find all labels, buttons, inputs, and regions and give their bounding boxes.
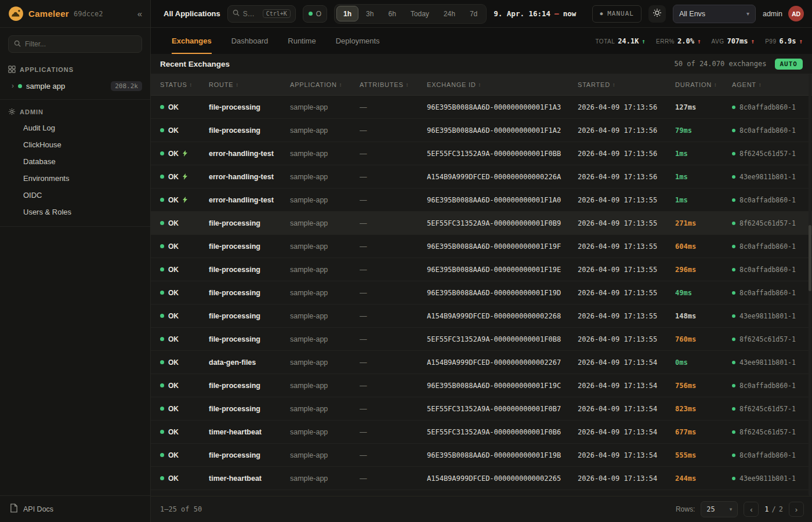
sort-icon: ↕ <box>190 82 193 88</box>
prev-page-button[interactable]: ‹ <box>744 502 759 517</box>
exchange-row[interactable]: OK file-processing sample-app — 5EF55FC3… <box>151 397 812 420</box>
sort-icon: ↕ <box>478 82 481 88</box>
started-cell: 2026-04-09 17:13:54 <box>578 382 675 390</box>
duration-cell: 555ms <box>675 451 732 459</box>
column-header[interactable]: APPLICATION ↕ <box>290 81 360 88</box>
status-ok-dot <box>160 453 164 457</box>
exchange-row[interactable]: OK file-processing sample-app — 5EF55FC3… <box>151 212 812 235</box>
page-separator: / <box>772 505 776 513</box>
time-range-button[interactable]: 1h <box>336 6 358 21</box>
exchange-row[interactable]: OK data-gen-files sample-app — A154B9A99… <box>151 351 812 374</box>
sidebar-filter[interactable] <box>8 35 142 53</box>
sidebar-admin-item[interactable]: Environments <box>0 170 150 187</box>
api-docs-link[interactable]: API Docs <box>0 495 150 522</box>
tab[interactable]: Dashboard <box>231 28 269 54</box>
sidebar-admin-item[interactable]: OIDC <box>0 187 150 204</box>
exchange-row[interactable]: OK error-handling-test sample-app — 5EF5… <box>151 142 812 165</box>
sidebar-admin-item[interactable]: Database <box>0 153 150 170</box>
agent-id: 8f6245c61d57-1 <box>740 219 796 227</box>
online-indicator[interactable]: O <box>303 5 327 23</box>
app-root: Cameleer 69dcce2 « APPLICATIONS › sample… <box>0 0 812 522</box>
column-header[interactable]: EXCHANGE ID ↕ <box>427 81 578 88</box>
application-cell: sample-app <box>290 150 360 158</box>
tab[interactable]: Exchanges <box>172 28 212 54</box>
exchange-row[interactable]: OK timer-heartbeat sample-app — A154B9A9… <box>151 467 812 490</box>
status-label: OK <box>168 474 179 483</box>
exchange-row[interactable]: OK file-processing sample-app — A154B9A9… <box>151 304 812 328</box>
exchange-id-cell: 5EF55FC31352A9A-000000000001F0B8 <box>427 335 578 343</box>
global-search[interactable]: S… Ctrl+K <box>227 5 296 23</box>
agent-id: 43ee9811b801-1 <box>740 173 796 181</box>
column-header-label: ROUTE <box>209 81 234 88</box>
status-cell: OK <box>160 150 209 158</box>
status-label: OK <box>168 219 179 227</box>
status-cell: OK <box>160 173 209 181</box>
manual-refresh-button[interactable]: ● MANUAL <box>592 5 641 23</box>
page-title: All Applications <box>164 9 220 18</box>
application-cell: sample-app <box>290 126 360 135</box>
column-header[interactable]: AGENT ↕ <box>732 81 812 88</box>
agent-cell: 8c0affadb860-1 <box>732 103 812 111</box>
next-page-button[interactable]: › <box>789 502 804 517</box>
attributes-cell: — <box>360 266 427 274</box>
exchange-row[interactable]: OK file-processing sample-app — 96E395B0… <box>151 119 812 142</box>
exchange-row[interactable]: OK file-processing sample-app — 96E395B0… <box>151 235 812 258</box>
duration-cell: 296ms <box>675 266 732 274</box>
exchange-row[interactable]: OK timer-heartbeat sample-app — 5EF55FC3… <box>151 420 812 444</box>
sidebar-admin-item[interactable]: Users & Roles <box>0 204 150 220</box>
stat-value: 707ms <box>727 37 748 45</box>
tab[interactable]: Deployments <box>336 28 380 54</box>
status-ok-dot <box>160 128 164 132</box>
sidebar-item-sample-app[interactable]: › sample app 208.2k <box>0 77 150 95</box>
rows-per-page-select[interactable]: 25 ▾ <box>701 501 738 517</box>
date-range-display[interactable]: 9. Apr. 16:14 — now <box>494 9 576 18</box>
cameleer-logo-icon <box>8 6 24 21</box>
avatar[interactable]: AD <box>788 6 804 21</box>
tab[interactable]: Runtime <box>288 28 316 54</box>
exchange-row[interactable]: OK file-processing sample-app — 5EF55FC3… <box>151 328 812 351</box>
agent-cell: 8f6245c61d57-1 <box>732 428 812 436</box>
agent-id: 8f6245c61d57-1 <box>740 335 796 343</box>
time-range-button[interactable]: Today <box>404 6 436 21</box>
exchange-row[interactable]: OK error-handling-test sample-app — 96E3… <box>151 188 812 212</box>
exchange-row[interactable]: OK file-processing sample-app — 96E395B0… <box>151 374 812 397</box>
environment-select[interactable]: All Envs ▾ <box>673 5 756 23</box>
exchange-row[interactable]: OK file-processing sample-app — 96E395B0… <box>151 258 812 281</box>
time-range-button[interactable]: 7d <box>463 6 484 21</box>
exchange-row[interactable]: OK error-handling-test sample-app — A154… <box>151 165 812 188</box>
column-header[interactable]: STATUS ↕ <box>160 81 209 88</box>
exchange-row[interactable]: OK file-processing sample-app — 96E395B0… <box>151 444 812 467</box>
topbar: All Applications S… Ctrl+K O 1h 3h 6 <box>151 0 812 28</box>
status-label: OK <box>168 312 179 320</box>
column-header[interactable]: ROUTE ↕ <box>209 81 290 88</box>
column-header-label: STARTED <box>578 81 610 88</box>
theme-toggle-button[interactable] <box>648 5 666 23</box>
status-label: OK <box>168 173 179 181</box>
column-header[interactable]: STARTED ↕ <box>578 81 675 88</box>
stat-label: AVG <box>712 38 724 45</box>
time-range-button[interactable]: 6h <box>381 6 403 21</box>
admin-section-header: ADMIN <box>0 104 150 119</box>
attributes-cell: — <box>360 219 427 227</box>
column-header[interactable]: ATTRIBUTES ↕ <box>360 81 427 88</box>
sidebar-admin-item[interactable]: ClickHouse <box>0 136 150 153</box>
filter-input[interactable] <box>25 40 136 48</box>
time-range-button[interactable]: 24h <box>437 6 462 21</box>
started-cell: 2026-04-09 17:13:55 <box>578 335 675 343</box>
column-header[interactable]: DURATION ↕ <box>675 81 732 88</box>
page-indicator: 1 / 2 <box>764 505 783 513</box>
agent-cell: 43ee9811b801-1 <box>732 312 812 320</box>
status-ok-dot <box>160 430 164 434</box>
scrollbar-thumb[interactable] <box>809 225 811 291</box>
exchange-row[interactable]: OK file-processing sample-app — 96E395B0… <box>151 96 812 119</box>
time-range-button[interactable]: 3h <box>359 6 380 21</box>
application-cell: sample-app <box>290 335 360 343</box>
keyboard-shortcut-badge: Ctrl+K <box>263 9 291 18</box>
agent-status-dot <box>732 175 735 179</box>
exchange-row[interactable]: OK file-processing sample-app — 96E395B0… <box>151 281 812 304</box>
auto-refresh-badge[interactable]: AUTO <box>775 59 803 70</box>
sidebar-admin-item[interactable]: Audit Log <box>0 119 150 136</box>
pagination-controls: Rows: 25 ▾ ‹ 1 / 2 › <box>676 501 804 517</box>
collapse-sidebar-icon[interactable]: « <box>137 9 142 19</box>
status-label: OK <box>168 289 179 297</box>
